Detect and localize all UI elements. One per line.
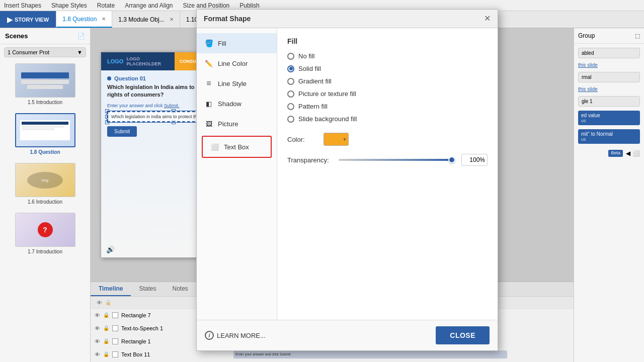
nav-shadow-label: Shadow bbox=[218, 100, 242, 108]
tl-eye-audio[interactable]: 👁 bbox=[95, 325, 100, 331]
submit-link[interactable]: Submit. bbox=[164, 103, 180, 108]
toolbar-arrange-align[interactable]: Arrange and Align bbox=[125, 2, 173, 9]
dialog-body: 🪣 Fill ✏️ Line Color ≡ Line Style ◧ Shad… bbox=[197, 28, 498, 320]
placeholder-label: LOGO PLACEHOLDER bbox=[126, 56, 169, 66]
scene-selector[interactable]: 1 Consumer Prot ▼ bbox=[4, 47, 86, 57]
tl-lock-tb11[interactable]: 🔒 bbox=[103, 351, 109, 357]
radio-slide-background-circle[interactable] bbox=[287, 116, 294, 123]
dialog-left-nav: 🪣 Fill ✏️ Line Color ≡ Line Style ◧ Shad… bbox=[197, 28, 277, 320]
nav-text-box-label: Text Box bbox=[224, 143, 249, 151]
nav-item-text-box[interactable]: ⬜ Text Box bbox=[202, 136, 272, 158]
nav-line-style-label: Line Style bbox=[218, 80, 247, 87]
right-panel-content: abled this slide rmal this slide gle 1 e… bbox=[574, 44, 644, 161]
toolbar-size-position[interactable]: Size and Position bbox=[183, 2, 230, 9]
panel-collapse-left[interactable]: ◀ bbox=[626, 150, 630, 157]
fill-radio-group: No fill Solid fill Gradient fill Pi bbox=[287, 52, 488, 123]
scenes-icon[interactable]: 📄 bbox=[77, 33, 85, 40]
scene-item-1-8[interactable]: 1.8 Question bbox=[4, 113, 86, 155]
dialog-footer: i LEARN MORE... CLOSE bbox=[197, 320, 498, 350]
slider-thumb[interactable] bbox=[448, 156, 455, 163]
tl-track-tb11[interactable]: Enter your answer and click Submit bbox=[233, 350, 507, 358]
group-icon: ⬚ bbox=[635, 33, 640, 39]
tab-1-3-module[interactable]: 1.3 Module Obj... ✕ bbox=[112, 11, 180, 28]
nav-item-line-color[interactable]: ✏️ Line Color bbox=[197, 53, 277, 73]
rp-blue-2-sub: us bbox=[581, 137, 637, 142]
tab-states[interactable]: States bbox=[131, 282, 164, 296]
scenes-list: 1.5 Introduction 1.8 Que bbox=[0, 60, 90, 362]
tl-eye-tb11[interactable]: 👁 bbox=[95, 351, 100, 357]
rp-blue-1-sub: us bbox=[581, 118, 637, 123]
rp-rect1: gle 1 bbox=[578, 96, 640, 107]
radio-solid-fill-circle[interactable] bbox=[287, 65, 294, 72]
radio-pattern-fill-circle[interactable] bbox=[287, 103, 294, 110]
dialog-right-content: Fill No fill Solid fill G bbox=[277, 28, 498, 320]
tab-timeline[interactable]: Timeline bbox=[91, 282, 131, 296]
panel-expand-right[interactable]: ⬜ bbox=[632, 150, 640, 157]
radio-gradient-fill-circle[interactable] bbox=[287, 78, 294, 85]
tab-1-8-close[interactable]: ✕ bbox=[102, 16, 106, 22]
scene-1-6-label: 1.6 Introduction bbox=[28, 199, 62, 205]
nav-item-picture[interactable]: 🖼 Picture bbox=[197, 114, 277, 134]
toolbar-publish[interactable]: Publish bbox=[239, 2, 259, 9]
tab-story-view[interactable]: ▶ STORY VIEW bbox=[0, 11, 56, 28]
transparency-slider[interactable] bbox=[339, 159, 455, 161]
color-picker-button[interactable]: ▼ bbox=[324, 133, 349, 146]
dialog-title-bar: Format Shape ✕ bbox=[197, 10, 498, 28]
radio-gradient-fill[interactable]: Gradient fill bbox=[287, 77, 488, 85]
tab-1-3-close[interactable]: ✕ bbox=[170, 17, 174, 22]
color-label: Color: bbox=[287, 136, 317, 143]
toolbar-shape-styles[interactable]: Shape Styles bbox=[51, 2, 87, 9]
story-view-icon: ▶ bbox=[7, 16, 13, 24]
tl-eye-0[interactable]: 👁 bbox=[95, 312, 100, 318]
radio-picture-texture-label: Picture or texture fill bbox=[298, 90, 356, 98]
rp-link-2[interactable]: this slide bbox=[578, 86, 640, 92]
rp-enabled: abled bbox=[578, 48, 640, 58]
nav-item-shadow[interactable]: ◧ Shadow bbox=[197, 94, 277, 114]
dialog-close-button[interactable]: CLOSE bbox=[436, 326, 490, 344]
rp-normal: rmal bbox=[578, 72, 640, 82]
radio-no-fill-label: No fill bbox=[298, 52, 315, 60]
toolbar-insert-shapes[interactable]: Insert Shapes bbox=[4, 2, 41, 9]
scene-selector-chevron: ▼ bbox=[77, 49, 83, 55]
tab-1-8-question[interactable]: 1.8 Question ✕ bbox=[56, 11, 112, 28]
tl-lock-header: 🔒 bbox=[105, 300, 111, 305]
color-row: Color: ▼ bbox=[287, 133, 488, 146]
tl-lock-rect1[interactable]: 🔒 bbox=[103, 338, 109, 344]
radio-picture-texture-fill[interactable]: Picture or texture fill bbox=[287, 90, 488, 98]
tl-lock-audio[interactable]: 🔒 bbox=[103, 325, 109, 331]
tl-checkbox-audio[interactable] bbox=[112, 325, 118, 331]
radio-solid-fill[interactable]: Solid fill bbox=[287, 65, 488, 72]
right-panel-header: Group ⬚ bbox=[574, 28, 644, 44]
scene-item-1-5[interactable]: 1.5 Introduction bbox=[4, 63, 86, 105]
learn-more-link[interactable]: i LEARN MORE... bbox=[205, 331, 266, 340]
dialog-close-x-btn[interactable]: ✕ bbox=[484, 15, 491, 23]
rp-link-1[interactable]: this slide bbox=[578, 62, 640, 68]
tl-eye-rect1[interactable]: 👁 bbox=[95, 338, 100, 344]
radio-slide-background[interactable]: Slide background fill bbox=[287, 115, 488, 123]
tl-lock-0[interactable]: 🔒 bbox=[103, 312, 109, 318]
scene-item-1-6[interactable]: img 1.6 Introduction bbox=[4, 163, 86, 205]
format-shape-dialog[interactable]: Format Shape ✕ 🪣 Fill ✏️ Line Color bbox=[196, 9, 498, 351]
scene-item-1-7[interactable]: ? 1.7 Introduction bbox=[4, 213, 86, 254]
dialog-title: Format Shape bbox=[204, 15, 251, 23]
tl-checkbox-0[interactable] bbox=[112, 312, 118, 318]
tl-checkbox-tb11[interactable] bbox=[112, 351, 118, 357]
tab-1-3-label: 1.3 Module Obj... bbox=[118, 16, 164, 23]
speaker-icon[interactable]: 🔊 bbox=[106, 245, 115, 253]
submit-button[interactable]: Submit bbox=[107, 126, 137, 137]
nav-item-line-style[interactable]: ≡ Line Style bbox=[197, 73, 277, 94]
toolbar-rotate[interactable]: Rotate bbox=[97, 2, 115, 9]
tl-checkbox-rect1[interactable] bbox=[112, 338, 118, 344]
radio-picture-texture-circle[interactable] bbox=[287, 90, 294, 98]
transparency-value[interactable]: 100% bbox=[461, 154, 488, 166]
rp-blue-2-label: mit" to Normal bbox=[581, 131, 637, 137]
line-style-icon: ≡ bbox=[204, 78, 214, 88]
radio-no-fill[interactable]: No fill bbox=[287, 52, 488, 60]
scenes-panel: Scenes 📄 1 Consumer Prot ▼ bbox=[0, 28, 91, 362]
transparency-label: Transparency: bbox=[287, 156, 333, 164]
radio-pattern-fill[interactable]: Pattern fill bbox=[287, 103, 488, 110]
radio-no-fill-circle[interactable] bbox=[287, 53, 294, 60]
tab-notes[interactable]: Notes bbox=[165, 282, 196, 296]
tl-name-tb11: Text Box 11 bbox=[121, 351, 227, 357]
nav-item-fill[interactable]: 🪣 Fill bbox=[197, 33, 277, 53]
